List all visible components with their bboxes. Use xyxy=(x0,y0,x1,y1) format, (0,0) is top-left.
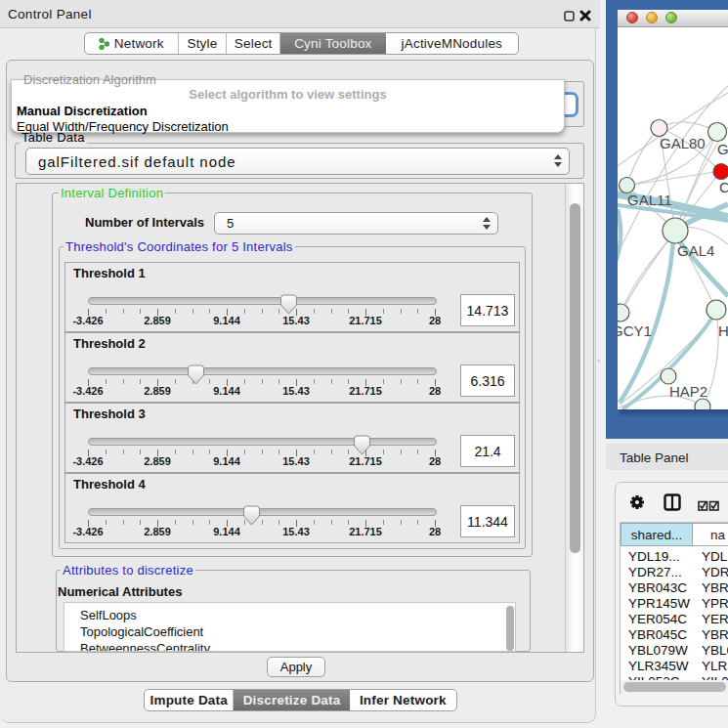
svg-text:GAL4: GAL4 xyxy=(677,242,714,259)
svg-text:H: H xyxy=(718,322,728,339)
svg-text:C: C xyxy=(719,179,728,195)
svg-text:HAP2: HAP2 xyxy=(669,383,707,400)
svg-text:GCY1: GCY1 xyxy=(618,322,652,339)
svg-text:GA: GA xyxy=(717,141,728,157)
svg-text:GAL80: GAL80 xyxy=(660,135,706,151)
svg-text:GAL11: GAL11 xyxy=(627,192,672,208)
